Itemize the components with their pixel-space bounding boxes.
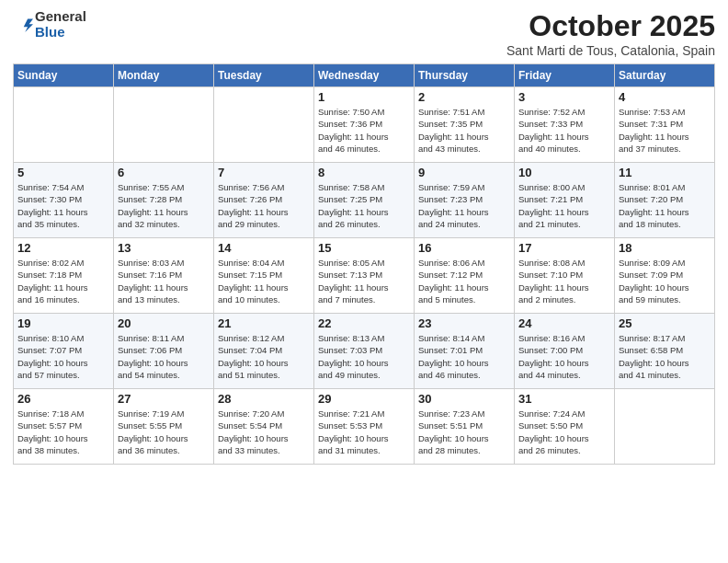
calendar-cell: 4Sunrise: 7:53 AM Sunset: 7:31 PM Daylig… xyxy=(615,87,715,163)
calendar-cell: 16Sunrise: 8:06 AM Sunset: 7:12 PM Dayli… xyxy=(415,238,515,314)
day-number: 27 xyxy=(118,392,210,406)
calendar-cell: 20Sunrise: 8:11 AM Sunset: 7:06 PM Dayli… xyxy=(114,314,214,389)
day-number: 20 xyxy=(118,316,210,330)
week-row-2: 5Sunrise: 7:54 AM Sunset: 7:30 PM Daylig… xyxy=(14,163,715,238)
day-info: Sunrise: 7:20 AM Sunset: 5:54 PM Dayligh… xyxy=(218,408,310,456)
header: General Blue October 2025 Sant Marti de … xyxy=(13,9,715,58)
day-info: Sunrise: 7:23 AM Sunset: 5:51 PM Dayligh… xyxy=(418,408,510,456)
day-number: 17 xyxy=(518,241,610,255)
week-row-5: 26Sunrise: 7:18 AM Sunset: 5:57 PM Dayli… xyxy=(14,389,715,465)
day-info: Sunrise: 7:55 AM Sunset: 7:28 PM Dayligh… xyxy=(118,181,210,230)
day-info: Sunrise: 7:54 AM Sunset: 7:30 PM Dayligh… xyxy=(17,181,109,230)
day-number: 15 xyxy=(318,241,410,255)
title-area: October 2025 Sant Marti de Tous, Catalon… xyxy=(506,9,715,58)
weekday-header-tuesday: Tuesday xyxy=(214,64,314,87)
day-number: 9 xyxy=(418,166,510,179)
calendar-cell: 12Sunrise: 8:02 AM Sunset: 7:18 PM Dayli… xyxy=(14,238,114,314)
day-info: Sunrise: 8:13 AM Sunset: 7:03 PM Dayligh… xyxy=(318,332,410,381)
day-info: Sunrise: 8:00 AM Sunset: 7:21 PM Dayligh… xyxy=(518,181,610,230)
calendar-cell: 26Sunrise: 7:18 AM Sunset: 5:57 PM Dayli… xyxy=(14,389,114,465)
day-info: Sunrise: 7:53 AM Sunset: 7:31 PM Dayligh… xyxy=(619,106,711,155)
page: General Blue October 2025 Sant Marti de … xyxy=(0,0,728,563)
day-info: Sunrise: 7:51 AM Sunset: 7:35 PM Dayligh… xyxy=(418,106,510,155)
calendar-cell: 15Sunrise: 8:05 AM Sunset: 7:13 PM Dayli… xyxy=(314,238,415,314)
day-number: 4 xyxy=(619,90,711,104)
calendar-cell: 10Sunrise: 8:00 AM Sunset: 7:21 PM Dayli… xyxy=(515,163,615,238)
day-info: Sunrise: 8:10 AM Sunset: 7:07 PM Dayligh… xyxy=(17,332,109,381)
weekday-header-row: SundayMondayTuesdayWednesdayThursdayFrid… xyxy=(14,64,715,87)
week-row-3: 12Sunrise: 8:02 AM Sunset: 7:18 PM Dayli… xyxy=(14,238,715,314)
day-info: Sunrise: 8:14 AM Sunset: 7:01 PM Dayligh… xyxy=(418,332,510,381)
day-number: 22 xyxy=(318,316,410,330)
day-info: Sunrise: 7:50 AM Sunset: 7:36 PM Dayligh… xyxy=(318,106,410,155)
calendar-cell: 30Sunrise: 7:23 AM Sunset: 5:51 PM Dayli… xyxy=(415,389,515,465)
day-number: 10 xyxy=(518,166,610,179)
day-number: 21 xyxy=(218,316,310,330)
day-info: Sunrise: 8:12 AM Sunset: 7:04 PM Dayligh… xyxy=(218,332,310,381)
day-number: 30 xyxy=(418,392,510,406)
day-number: 29 xyxy=(318,392,410,406)
logo-icon xyxy=(13,15,33,35)
day-number: 23 xyxy=(418,316,510,330)
calendar-cell: 11Sunrise: 8:01 AM Sunset: 7:20 PM Dayli… xyxy=(615,163,715,238)
day-info: Sunrise: 8:08 AM Sunset: 7:10 PM Dayligh… xyxy=(518,257,610,305)
month-title: October 2025 xyxy=(506,9,715,43)
logo-blue: Blue xyxy=(35,25,86,40)
weekday-header-thursday: Thursday xyxy=(415,64,515,87)
day-number: 8 xyxy=(318,166,410,179)
day-number: 5 xyxy=(17,166,109,179)
day-info: Sunrise: 8:05 AM Sunset: 7:13 PM Dayligh… xyxy=(318,257,410,305)
weekday-header-friday: Friday xyxy=(515,64,615,87)
day-number: 26 xyxy=(17,392,109,406)
calendar-cell: 22Sunrise: 8:13 AM Sunset: 7:03 PM Dayli… xyxy=(314,314,415,389)
weekday-header-monday: Monday xyxy=(114,64,214,87)
calendar-cell: 24Sunrise: 8:16 AM Sunset: 7:00 PM Dayli… xyxy=(515,314,615,389)
day-number: 14 xyxy=(218,241,310,255)
day-info: Sunrise: 7:21 AM Sunset: 5:53 PM Dayligh… xyxy=(318,408,410,456)
day-info: Sunrise: 8:01 AM Sunset: 7:20 PM Dayligh… xyxy=(619,181,711,230)
day-number: 12 xyxy=(17,241,109,255)
calendar-cell: 28Sunrise: 7:20 AM Sunset: 5:54 PM Dayli… xyxy=(214,389,314,465)
calendar-cell: 23Sunrise: 8:14 AM Sunset: 7:01 PM Dayli… xyxy=(415,314,515,389)
day-info: Sunrise: 7:59 AM Sunset: 7:23 PM Dayligh… xyxy=(418,181,510,230)
day-info: Sunrise: 8:16 AM Sunset: 7:00 PM Dayligh… xyxy=(518,332,610,381)
day-info: Sunrise: 8:04 AM Sunset: 7:15 PM Dayligh… xyxy=(218,257,310,305)
calendar-cell: 8Sunrise: 7:58 AM Sunset: 7:25 PM Daylig… xyxy=(314,163,415,238)
day-number: 25 xyxy=(619,316,711,330)
logo-text: General Blue xyxy=(35,9,86,40)
calendar-cell: 31Sunrise: 7:24 AM Sunset: 5:50 PM Dayli… xyxy=(515,389,615,465)
day-info: Sunrise: 7:18 AM Sunset: 5:57 PM Dayligh… xyxy=(17,408,109,456)
day-info: Sunrise: 8:02 AM Sunset: 7:18 PM Dayligh… xyxy=(17,257,109,305)
calendar-cell: 5Sunrise: 7:54 AM Sunset: 7:30 PM Daylig… xyxy=(14,163,114,238)
day-number: 7 xyxy=(218,166,310,179)
day-number: 28 xyxy=(218,392,310,406)
weekday-header-sunday: Sunday xyxy=(14,64,114,87)
logo: General Blue xyxy=(13,9,86,40)
calendar-cell: 17Sunrise: 8:08 AM Sunset: 7:10 PM Dayli… xyxy=(515,238,615,314)
calendar-cell xyxy=(14,87,114,163)
day-number: 3 xyxy=(518,90,610,104)
calendar-cell: 18Sunrise: 8:09 AM Sunset: 7:09 PM Dayli… xyxy=(615,238,715,314)
day-number: 31 xyxy=(518,392,610,406)
day-number: 13 xyxy=(118,241,210,255)
day-number: 2 xyxy=(418,90,510,104)
calendar-cell: 19Sunrise: 8:10 AM Sunset: 7:07 PM Dayli… xyxy=(14,314,114,389)
calendar-cell: 25Sunrise: 8:17 AM Sunset: 6:58 PM Dayli… xyxy=(615,314,715,389)
day-info: Sunrise: 8:06 AM Sunset: 7:12 PM Dayligh… xyxy=(418,257,510,305)
calendar-cell: 29Sunrise: 7:21 AM Sunset: 5:53 PM Dayli… xyxy=(314,389,415,465)
day-number: 11 xyxy=(619,166,711,179)
day-info: Sunrise: 7:58 AM Sunset: 7:25 PM Dayligh… xyxy=(318,181,410,230)
day-number: 16 xyxy=(418,241,510,255)
calendar-cell xyxy=(214,87,314,163)
calendar-cell: 6Sunrise: 7:55 AM Sunset: 7:28 PM Daylig… xyxy=(114,163,214,238)
week-row-4: 19Sunrise: 8:10 AM Sunset: 7:07 PM Dayli… xyxy=(14,314,715,389)
calendar-cell: 1Sunrise: 7:50 AM Sunset: 7:36 PM Daylig… xyxy=(314,87,415,163)
calendar-cell: 27Sunrise: 7:19 AM Sunset: 5:55 PM Dayli… xyxy=(114,389,214,465)
day-info: Sunrise: 8:11 AM Sunset: 7:06 PM Dayligh… xyxy=(118,332,210,381)
day-number: 1 xyxy=(318,90,410,104)
calendar-cell: 21Sunrise: 8:12 AM Sunset: 7:04 PM Dayli… xyxy=(214,314,314,389)
day-info: Sunrise: 8:09 AM Sunset: 7:09 PM Dayligh… xyxy=(619,257,711,305)
calendar-cell: 9Sunrise: 7:59 AM Sunset: 7:23 PM Daylig… xyxy=(415,163,515,238)
day-number: 24 xyxy=(518,316,610,330)
day-info: Sunrise: 7:52 AM Sunset: 7:33 PM Dayligh… xyxy=(518,106,610,155)
